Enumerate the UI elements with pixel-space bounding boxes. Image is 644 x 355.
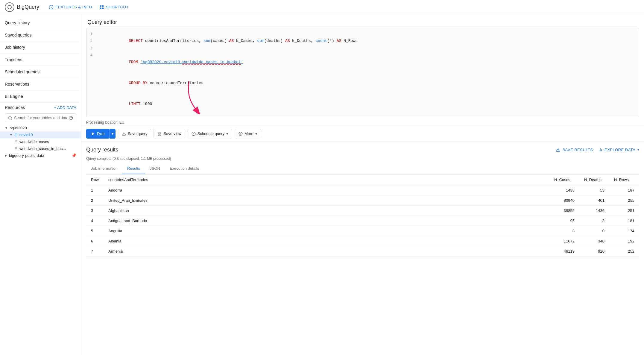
table-row: 7 Armenia 46119 920 252 xyxy=(86,246,639,256)
tree-item-bq092020[interactable]: ▼ bq092020 xyxy=(0,125,81,131)
search-input[interactable] xyxy=(14,116,67,120)
content-area: Query editor 1 2 3 4 SELECT countriesAnd… xyxy=(81,14,644,355)
save-view-button[interactable]: Save view xyxy=(154,129,185,138)
add-data-button[interactable]: + ADD DATA xyxy=(54,105,76,110)
code-line-3: GROUP BY countriesAndTerritories xyxy=(96,72,639,93)
cell-ncases: 1438 xyxy=(549,185,579,195)
cell-row: 3 xyxy=(86,205,104,216)
table-row: 6 Albania 11672 340 192 xyxy=(86,236,639,246)
shortcut-link[interactable]: SHORTCUT xyxy=(99,5,129,10)
explore-data-label: EXPLORE DATA xyxy=(604,148,636,152)
cell-country: Armenia xyxy=(104,246,549,256)
cell-row: 7 xyxy=(86,246,104,256)
cell-ndeaths: 401 xyxy=(579,195,609,205)
svg-rect-13 xyxy=(158,132,159,133)
cell-country: Albania xyxy=(104,236,549,246)
chevron-down-icon: ▼ xyxy=(10,133,13,136)
cell-row: 2 xyxy=(86,195,104,205)
cell-country: Antigua_and_Barbuda xyxy=(104,216,549,226)
sidebar-item-job-history[interactable]: Job history xyxy=(0,41,81,54)
table-row: 4 Antigua_and_Barbuda 95 3 181 xyxy=(86,216,639,226)
run-label: Run xyxy=(97,131,105,136)
topbar: BigQuery FEATURES & INFO SHORTCUT xyxy=(0,0,644,14)
cell-country: United_Arab_Emirates xyxy=(104,195,549,205)
cell-country: Anguilla xyxy=(104,226,549,236)
keyword-group: GROUP BY xyxy=(129,81,147,85)
features-info-link[interactable]: FEATURES & INFO xyxy=(49,5,92,10)
svg-rect-15 xyxy=(158,134,159,135)
cell-nrows: 252 xyxy=(609,246,639,256)
gear-icon xyxy=(239,132,243,136)
tab-execution-details[interactable]: Execution details xyxy=(165,163,204,174)
col-header-row: Row xyxy=(86,175,104,185)
more-dropdown-icon: ▾ xyxy=(255,131,257,136)
save-query-button[interactable]: Save query xyxy=(118,129,151,138)
svg-rect-16 xyxy=(160,134,161,135)
code-editor[interactable]: 1 2 3 4 SELECT countriesAndTerritories, … xyxy=(86,28,639,117)
code-line-2: FROM `bq092020.covid19.worldwide cases i… xyxy=(96,51,639,72)
save-view-label: Save view xyxy=(163,131,181,136)
cell-ndeaths: 1436 xyxy=(579,205,609,216)
tree-item-bigquery-public-data[interactable]: ▶ bigquery-public-data 📌 xyxy=(0,152,81,159)
tree-item-worldwide-cases[interactable]: ⊞ worldwide_cases xyxy=(0,138,81,145)
cell-row: 5 xyxy=(86,226,104,236)
tree-item-label: bq092020 xyxy=(10,126,27,130)
table-icon: ⊞ xyxy=(14,133,18,137)
main-layout: Query history Saved queries Job history … xyxy=(0,14,644,355)
explore-data-button[interactable]: EXPLORE DATA ▾ xyxy=(598,147,639,152)
cell-nrows: 181 xyxy=(609,216,639,226)
sidebar-item-reservations[interactable]: Reservations xyxy=(0,78,81,90)
sidebar-item-bi-engine[interactable]: BI Engine xyxy=(0,90,81,103)
svg-rect-6 xyxy=(102,7,104,9)
sidebar-item-query-history[interactable]: Query history xyxy=(0,17,81,29)
cell-ncases: 46119 xyxy=(549,246,579,256)
svg-rect-3 xyxy=(100,5,101,7)
save-results-icon xyxy=(556,147,561,152)
tab-job-information[interactable]: Job information xyxy=(86,163,122,174)
code-line-1: SELECT countriesAndTerritories, sum(case… xyxy=(96,31,639,51)
results-table: Row countriesAndTerritories N_Cases N_De… xyxy=(86,175,639,257)
cell-nrows: 187 xyxy=(609,185,639,195)
query-status: Query complete (0.3 sec elapsed, 1.1 MB … xyxy=(86,155,639,163)
cell-ndeaths: 53 xyxy=(579,185,609,195)
svg-point-7 xyxy=(9,116,11,119)
sidebar-item-scheduled-queries[interactable]: Scheduled queries xyxy=(0,66,81,78)
clock-icon xyxy=(192,132,196,136)
save-results-button[interactable]: SAVE RESULTS xyxy=(556,147,593,152)
more-button[interactable]: More ▾ xyxy=(235,129,261,138)
code-lines: SELECT countriesAndTerritories, sum(case… xyxy=(96,31,639,115)
cell-ncases: 3 xyxy=(549,226,579,236)
sidebar-item-saved-queries[interactable]: Saved queries xyxy=(0,29,81,41)
tab-results[interactable]: Results xyxy=(122,163,145,174)
play-icon xyxy=(91,132,95,136)
help-icon xyxy=(69,116,73,120)
cell-ncases: 38855 xyxy=(549,205,579,216)
tree-item-covid19[interactable]: ▼ ⊞ covid19 xyxy=(0,131,81,138)
run-dropdown-button[interactable]: ▾ xyxy=(110,129,116,139)
fn-count: count xyxy=(315,39,327,43)
cell-nrows: 174 xyxy=(609,226,639,236)
schedule-query-button[interactable]: Schedule query ▾ xyxy=(188,129,232,138)
tree-item-worldwide-cases-bucket[interactable]: ⊞ worldwide_cases_in_buc... xyxy=(0,145,81,152)
fn-sum: sum xyxy=(203,39,210,43)
col-header-ndeaths: N_Deaths xyxy=(579,175,609,185)
cell-nrows: 255 xyxy=(609,195,639,205)
cell-row: 4 xyxy=(86,216,104,226)
tab-json[interactable]: JSON xyxy=(145,163,165,174)
editor-title: Query editor xyxy=(81,14,644,28)
chevron-right-icon: ▶ xyxy=(5,154,7,157)
cell-row: 1 xyxy=(86,185,104,195)
search-box[interactable] xyxy=(5,113,76,122)
sidebar: Query history Saved queries Job history … xyxy=(0,14,81,355)
cell-row: 6 xyxy=(86,236,104,246)
sidebar-item-transfers[interactable]: Transfers xyxy=(0,54,81,66)
grid-icon xyxy=(99,5,104,10)
tree-item-label: worldwide_cases_in_buc... xyxy=(19,146,66,151)
cell-ncases: 95 xyxy=(549,216,579,226)
cell-country: Afghanistan xyxy=(104,205,549,216)
table-reference: `bq092020.covid19.worldwide cases in buc… xyxy=(140,60,243,64)
run-button[interactable]: Run xyxy=(86,129,110,139)
save-results-label: SAVE RESULTS xyxy=(562,148,593,152)
schedule-query-label: Schedule query xyxy=(198,131,224,136)
chevron-down-icon: ▼ xyxy=(5,126,8,130)
